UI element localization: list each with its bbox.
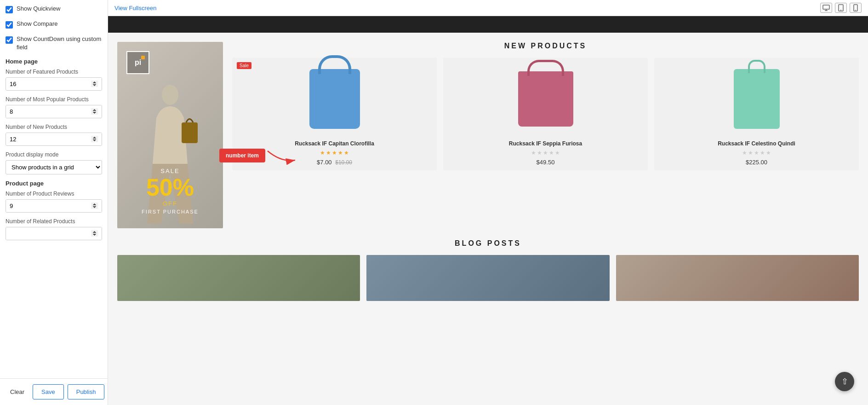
- show-quickview-label: Show Quickview: [17, 5, 60, 13]
- star-empty-8: ★: [754, 150, 759, 156]
- svg-rect-8: [182, 122, 198, 143]
- featured-products-input-wrap: [6, 77, 102, 91]
- show-compare-label: Show Compare: [17, 20, 58, 28]
- show-compare-checkbox[interactable]: [6, 21, 13, 29]
- product-price-3: $225.00: [746, 159, 767, 166]
- product-image-3: [659, 62, 854, 136]
- blog-grid: [117, 255, 859, 301]
- product-card-3: Rucksack IF Celestino Quindi ★ ★ ★ ★ ★ $…: [654, 58, 859, 170]
- main-content: View Fullscreen pi: [108, 0, 868, 405]
- featured-products-label: Number of Featured Products: [6, 69, 102, 75]
- new-products-label: Number of New Products: [6, 124, 102, 130]
- promo-off-text: OFF: [142, 200, 199, 207]
- popular-products-input-wrap: [6, 105, 102, 118]
- display-mode-select-wrap: Show products in a grid Show products in…: [6, 160, 102, 174]
- product-stars-3: ★ ★ ★ ★ ★: [742, 150, 771, 156]
- promo-section: pi SALE 50% OFF FIRST PURCHASE N: [108, 33, 868, 228]
- device-icons: [820, 3, 862, 13]
- publish-button[interactable]: Publish: [68, 384, 105, 399]
- show-compare-row: Show Compare: [6, 20, 102, 29]
- sidebar-footer: Clear Save Publish: [0, 378, 108, 405]
- blog-card-1: [117, 255, 360, 301]
- hero-banner-strip: [108, 16, 868, 33]
- topbar: View Fullscreen: [108, 0, 868, 16]
- related-products-input-wrap: [6, 227, 102, 240]
- featured-products-input[interactable]: [6, 78, 102, 90]
- sidebar-content: Show Quickview Show Compare Show CountDo…: [0, 0, 108, 378]
- price-value-1: $7.00: [317, 159, 332, 166]
- promo-sub-text: FIRST PURCHASE: [142, 209, 199, 214]
- product-image-2: [448, 62, 643, 136]
- promo-image: pi SALE 50% OFF FIRST PURCHASE: [117, 42, 223, 228]
- show-countdown-label: Show CountDown using custom field: [17, 35, 102, 52]
- star-1: ★: [320, 150, 325, 156]
- clear-button[interactable]: Clear: [6, 385, 29, 399]
- sidebar: Show Quickview Show Compare Show CountDo…: [0, 0, 108, 405]
- star-empty-6: ★: [742, 150, 747, 156]
- display-mode-select[interactable]: Show products in a grid Show products in…: [6, 160, 102, 174]
- star-empty-2: ★: [537, 150, 542, 156]
- save-button[interactable]: Save: [33, 384, 64, 399]
- desktop-icon[interactable]: [820, 3, 832, 13]
- new-products-input[interactable]: [6, 133, 102, 145]
- blog-card-3: [616, 255, 859, 301]
- star-empty-9: ★: [760, 150, 765, 156]
- sale-badge-1: Sale: [237, 62, 251, 69]
- promo-sale-text: SALE: [142, 168, 199, 174]
- star-empty-3: ★: [543, 150, 548, 156]
- product-card-2: Rucksack IF Seppia Furiosa ★ ★ ★ ★ ★ $49…: [443, 58, 648, 170]
- logo-dot: [141, 56, 145, 59]
- popular-products-label: Number of Most Popular Products: [6, 96, 102, 103]
- star-empty-5: ★: [555, 150, 560, 156]
- star-5: ★: [344, 150, 349, 156]
- product-name-2: Rucksack IF Seppia Furiosa: [509, 140, 582, 147]
- svg-rect-0: [823, 5, 829, 9]
- show-quickview-checkbox[interactable]: [6, 6, 13, 13]
- product-reviews-input[interactable]: [6, 200, 102, 212]
- new-products-section: NEW PRODUCTS Sale Rucksack IF Capitan Cl…: [223, 42, 859, 228]
- price-original-1: $10.00: [335, 159, 352, 166]
- blog-heading: BLOG POSTS: [117, 239, 859, 248]
- display-mode-label: Product display mode: [6, 151, 102, 158]
- show-countdown-checkbox[interactable]: [6, 36, 13, 44]
- chevron-up-icon: ⇧: [841, 376, 848, 387]
- tablet-icon[interactable]: [835, 3, 847, 13]
- view-fullscreen-link[interactable]: View Fullscreen: [114, 5, 157, 12]
- promo-percent: 50%: [142, 175, 199, 199]
- product-stars-2: ★ ★ ★ ★ ★: [531, 150, 560, 156]
- star-4: ★: [338, 150, 343, 156]
- product-page-section-title: Product page: [6, 180, 102, 187]
- scroll-to-top-button[interactable]: ⇧: [835, 372, 854, 391]
- price-value-2: $49.50: [537, 159, 555, 166]
- blog-section: BLOG POSTS: [108, 228, 868, 301]
- product-price-2: $49.50: [537, 159, 555, 166]
- new-products-heading: NEW PRODUCTS: [232, 42, 859, 50]
- star-empty-1: ★: [531, 150, 536, 156]
- show-countdown-row: Show CountDown using custom field: [6, 35, 102, 52]
- product-name-3: Rucksack IF Celestino Quindi: [718, 140, 795, 147]
- product-name-1: Rucksack IF Capitan Clorofilla: [295, 140, 374, 147]
- bag-green-img: [734, 69, 780, 129]
- home-page-section-title: Home page: [6, 58, 102, 65]
- popular-products-input[interactable]: [6, 105, 102, 118]
- bag-pink-img: [518, 71, 573, 127]
- price-value-3: $225.00: [746, 159, 767, 166]
- related-products-input[interactable]: [6, 227, 102, 240]
- products-grid: Sale Rucksack IF Capitan Clorofilla ★ ★ …: [232, 58, 859, 170]
- mobile-icon[interactable]: [850, 3, 862, 13]
- star-2: ★: [326, 150, 331, 156]
- star-empty-4: ★: [549, 150, 554, 156]
- product-price-1: $7.00 $10.00: [317, 159, 352, 166]
- product-image-1: [237, 62, 432, 136]
- star-3: ★: [332, 150, 337, 156]
- bag-blue-img: [309, 69, 360, 129]
- pi-logo: pi: [126, 51, 149, 74]
- related-products-label: Number of Related Products: [6, 218, 102, 225]
- pi-text: pi: [135, 58, 141, 67]
- svg-point-6: [855, 10, 856, 11]
- svg-point-4: [840, 10, 841, 11]
- product-reviews-label: Number of Product Reviews: [6, 191, 102, 197]
- svg-point-7: [162, 85, 178, 105]
- star-empty-7: ★: [748, 150, 753, 156]
- product-stars-1: ★ ★ ★ ★ ★: [320, 150, 349, 156]
